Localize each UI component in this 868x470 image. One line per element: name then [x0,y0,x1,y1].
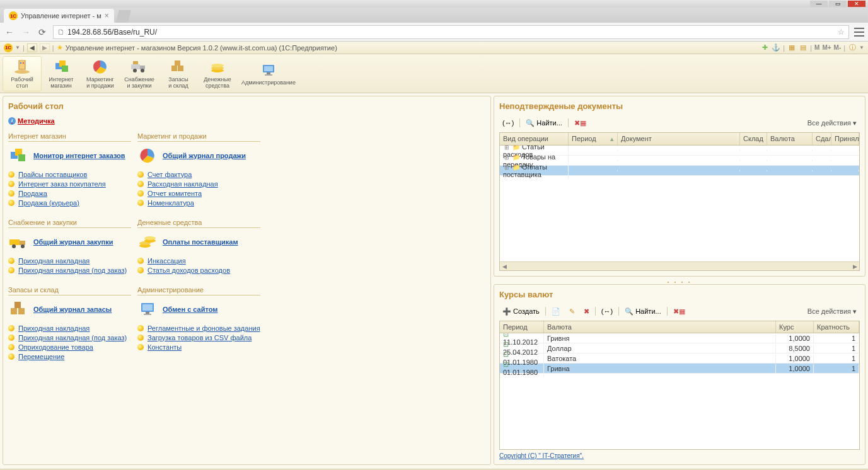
find-button-2[interactable]: 🔍 Найти... [622,306,664,317]
col-accepted[interactable]: Принял [831,133,859,145]
link-1-2[interactable]: Отчет комитента [148,190,202,197]
bullet-icon [137,267,144,273]
link-4-2[interactable]: Оприходование товара [18,343,93,351]
scroll-right-icon[interactable]: ▶ [850,263,859,270]
section-money[interactable]: Денежныесредства [198,56,237,91]
address-bar[interactable]: 🗋 194.28.68.56/Base/ru_RU/ ☆ [53,25,849,39]
tool-calc-icon[interactable]: ▦ [787,43,796,52]
all-actions-button[interactable]: Все действия ▾ [804,117,860,129]
col-warehouse[interactable]: Склад [740,133,767,145]
scroll-left-icon[interactable]: ◀ [500,263,509,270]
link-4-1[interactable]: Приходная накладная (под заказ) [18,334,127,341]
main-link-5[interactable]: Обмен с сайтом [163,306,217,313]
nav-forward-button[interactable]: → [20,26,32,38]
all-actions-button-2[interactable]: Все действия ▾ [804,306,860,317]
rates-row[interactable]: ⊡ 25.04.2012Доллар8,50001 [500,343,859,353]
nav-back-button[interactable]: ← [4,26,15,38]
main-link-1[interactable]: Общий журнал продажи [163,152,246,159]
link-5-2[interactable]: Константы [148,343,182,351]
nav-reload-button[interactable]: ⟳ [37,26,48,38]
col-operation[interactable]: Вид операции [500,133,569,145]
section-marketing[interactable]: Маркетинги продажи [81,56,120,91]
expand-icon[interactable]: ⊞ [503,164,511,171]
col-gave[interactable]: Сдал [813,133,831,145]
expand-icon[interactable]: ⊞ [503,146,511,151]
mem-mminus[interactable]: M- [834,44,842,51]
switch-flat-icon[interactable]: (↔) [499,117,517,129]
link-5-0[interactable]: Регламентные и фоновые задания [148,324,260,332]
window-maximize-button[interactable]: ▭ [829,1,847,7]
rates-col-rate[interactable]: Курс [776,321,814,333]
section-desktop[interactable]: Рабочийстол [3,56,42,91]
app-nav-forward[interactable]: ▶ [40,43,50,52]
copy-icon[interactable]: 📄 [548,306,564,317]
rates-grid[interactable]: Период Валюта Курс Кратность ⊡ 11.10.201… [499,321,860,450]
delete-icon[interactable]: ✖ [581,306,593,317]
link-0-0[interactable]: Прайсы поставщиков [18,171,87,178]
section-admin[interactable]: Администрирование [237,56,300,91]
marketing-icon [91,59,110,75]
switch-flat-icon-2[interactable]: (↔) [598,306,616,317]
tab-close-button[interactable]: × [105,11,109,20]
section-stock[interactable]: Запасыи склад [159,56,198,91]
favorite-star-icon[interactable]: ★ [57,43,63,52]
browser-menu-button[interactable] [854,28,864,37]
main-link-0[interactable]: Монитор интернет заказов [33,152,125,159]
link-0-2[interactable]: Продажа [18,190,47,197]
info-icon: i [8,117,16,125]
section-supply[interactable]: Снабжениеи закупки [120,56,159,91]
edit-icon[interactable]: ✎ [566,306,578,317]
tool-fav-icon[interactable]: ✚ [760,43,769,52]
rates-col-period[interactable]: Период [500,321,544,333]
col-period[interactable]: Период ▴ [569,133,618,145]
bookmark-star-icon[interactable]: ☆ [838,28,845,37]
find-button[interactable]: 🔍 Найти... [523,117,565,129]
clear-filter-icon-2[interactable]: ✖▦ [670,306,688,317]
block-header-5: Администрирование [137,286,260,295]
link-4-3[interactable]: Перемещение [18,353,64,360]
link-0-1[interactable]: Интернет заказ покупателя [18,180,106,188]
main-link-3[interactable]: Оплаты поставщикам [163,238,238,246]
unconfirmed-grid[interactable]: Вид операции Период ▴ Документ Склад Вал… [499,132,860,271]
link-3-0[interactable]: Инкассация [148,257,186,265]
link-1-0[interactable]: Счет фактура [148,171,192,178]
link-2-1[interactable]: Приходная накладная (под заказ) [18,267,127,274]
rates-row[interactable]: ⊡ 11.10.2012Гривня1,00001 [500,333,859,343]
link-2-0[interactable]: Приходная накладная [18,257,90,265]
main-link-4[interactable]: Общий журнал запасы [33,306,112,313]
rates-col-mult[interactable]: Кратность [814,321,859,333]
app-nav-back[interactable]: ◀ [27,43,37,52]
link-3-1[interactable]: Статья доходов расходов [148,267,230,274]
link-0-3[interactable]: Продажа (курьера) [18,199,79,207]
col-document[interactable]: Документ [618,133,740,145]
tool-link-icon[interactable]: ⚓ [772,43,780,52]
browser-tab[interactable]: 1C Управление интернет - м × [4,9,114,23]
mem-m[interactable]: M [814,44,819,51]
app-dropdown-icon[interactable]: ▼ [15,45,20,50]
window-minimize-button[interactable]: — [810,1,828,7]
rates-row[interactable]: ⊡ 01.01.1980Ватоката1,00001 [500,353,859,364]
create-button[interactable]: ➕Создать [499,306,543,317]
link-4-0[interactable]: Приходная накладная [18,324,90,332]
about-dropdown-icon[interactable]: ▼ [859,45,864,50]
new-tab-button[interactable] [116,10,131,23]
clear-filter-icon[interactable]: ✖▦ [571,117,589,129]
tool-calendar-icon[interactable]: ▤ [799,43,807,52]
expand-icon[interactable]: ⊞ [503,154,511,161]
rates-col-currency[interactable]: Валюта [544,321,776,333]
copyright-link[interactable]: Copyright (C) " IT-Стратегия". [499,452,860,459]
window-close-button[interactable]: ✕ [848,1,865,7]
bullet-icon [8,190,14,197]
link-5-1[interactable]: Загрузка товаров из CSV файла [148,334,252,341]
panel-resize-handle[interactable]: • • • • [494,279,865,282]
unconfirmed-row[interactable]: ⊞ 📁 Оплаты поставщика [500,166,859,176]
link-1-3[interactable]: Номенклатура [148,199,194,207]
rates-row[interactable]: ⊡ 01.01.1980Гривна1,00001 [500,364,859,374]
link-1-1[interactable]: Расходная накладная [148,180,218,188]
section-shop[interactable]: Интернетмагазин [42,56,81,91]
main-link-2[interactable]: Общий журнал закупки [33,238,113,246]
about-icon[interactable]: ⓘ [848,43,857,52]
methodichka-link[interactable]: i Методичка [8,117,55,125]
col-currency[interactable]: Валюта [767,133,813,145]
mem-mplus[interactable]: M+ [822,44,831,51]
